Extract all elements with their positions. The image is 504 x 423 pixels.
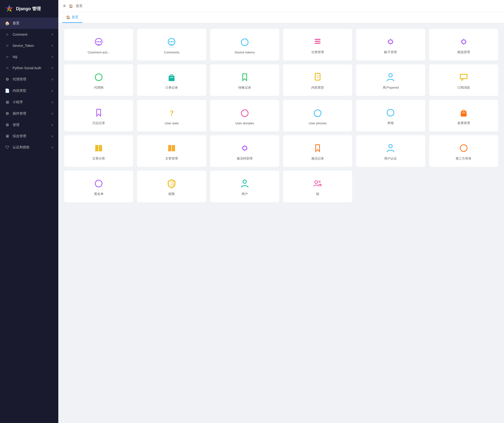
shopping-bag-orange-icon	[458, 107, 469, 118]
sidebar-item-manage[interactable]: ⚙ 管理 ∨	[0, 119, 58, 131]
circle-outline-blue-icon	[312, 108, 323, 118]
card-third-party-login[interactable]: 第三方登录	[429, 135, 498, 167]
card-invoice-manage[interactable]: 发票管理	[429, 100, 498, 131]
shopping-bag-icon	[166, 72, 177, 83]
sidebar: Django 管理 🏠 首页 ○ Comment ∨ ○ Device_Toke…	[0, 0, 58, 423]
chat-bubble-icon	[166, 37, 177, 48]
card-article-category[interactable]: 文章分类	[64, 135, 133, 167]
card-comments[interactable]: Comments	[137, 29, 206, 60]
svg-rect-16	[169, 76, 174, 81]
sidebar-logo[interactable]: Django 管理	[0, 0, 58, 17]
card-label: Comment acti...	[88, 51, 110, 54]
svg-rect-10	[315, 39, 321, 40]
card-transfer-record[interactable]: 转账记录	[210, 64, 279, 96]
chevron-down-icon: ∨	[51, 89, 53, 93]
svg-text:⚙: ⚙	[320, 184, 322, 186]
card-user-auth[interactable]: 用户认证	[356, 135, 425, 167]
card-label: 转账记录	[238, 85, 251, 90]
card-subscribe-msg[interactable]: 订阅消息	[429, 64, 498, 96]
card-permissions[interactable]: 权限	[137, 171, 206, 202]
card-label: 订阅消息	[457, 85, 470, 90]
gear-icon	[458, 36, 469, 47]
circle-outline-blue2-icon	[385, 107, 396, 118]
card-activation-record[interactable]: 激活记录	[283, 135, 352, 167]
sidebar-item-content-type[interactable]: 📄 内容类型 ∨	[0, 85, 58, 96]
card-featured-manage[interactable]: 精选管理	[429, 29, 498, 60]
card-label: 用户	[242, 192, 248, 196]
card-user-donates[interactable]: User donates	[210, 100, 279, 131]
hamburger-menu-icon[interactable]: ≡	[63, 3, 66, 8]
card-agent[interactable]: 代理商	[64, 64, 133, 96]
sidebar-item-auth[interactable]: 🛡 认证和授权 ∨	[0, 142, 58, 153]
card-user-phones[interactable]: User phones	[283, 100, 352, 131]
tabbar: 🏠 首页	[58, 12, 504, 23]
card-log-record[interactable]: 日志记录	[64, 100, 133, 131]
card-label: User asks	[165, 121, 179, 125]
sidebar-item-label: Comment	[13, 33, 27, 36]
person-icon	[385, 72, 396, 83]
chevron-down-icon: ∨	[51, 135, 53, 138]
card-label: 用户认证	[384, 156, 397, 161]
sidebar-item-proxy-manage[interactable]: ⚙ 代理管理 ∨	[0, 74, 58, 85]
card-label: 第三方登录	[456, 156, 471, 161]
topbar-home-icon: 🏠	[69, 4, 73, 8]
sidebar-item-composite-manage[interactable]: 🖥 综合管理 ∨	[0, 131, 58, 142]
card-label: 激活记录	[311, 156, 324, 161]
person-teal-icon	[385, 143, 396, 153]
sidebar-item-label: 小程序	[13, 100, 23, 104]
card-user-asks[interactable]: ? User asks	[137, 100, 206, 131]
card-label: Comments	[164, 51, 179, 54]
card-content-type[interactable]: 内容类型	[283, 64, 352, 96]
card-category-manage[interactable]: 分类管理	[283, 29, 352, 60]
sidebar-item-comment[interactable]: ○ Comment ∨	[0, 29, 58, 40]
sidebar-item-label: 管理	[13, 123, 19, 127]
niji-icon: ○	[5, 55, 10, 59]
card-label: 举报	[387, 121, 394, 125]
svg-point-35	[315, 181, 318, 184]
card-device-tokens[interactable]: Device tokens	[210, 29, 279, 60]
svg-point-4	[100, 41, 101, 42]
card-label: 发票管理	[457, 121, 470, 125]
circle-outline-green-icon	[93, 72, 104, 83]
card-order-record[interactable]: 订单记录	[137, 64, 206, 96]
app-title: Django 管理	[16, 6, 41, 12]
svg-point-9	[241, 39, 248, 46]
card-label: Device tokens	[235, 51, 255, 54]
book-open-icon	[93, 143, 104, 153]
svg-point-24	[314, 110, 321, 117]
chevron-down-icon: ∨	[51, 33, 53, 36]
card-report[interactable]: 举报	[356, 100, 425, 131]
list-lines-icon	[312, 36, 323, 47]
card-label: 精选管理	[457, 50, 470, 54]
sidebar-item-plugin-manage[interactable]: ⚙ 插件管理 ∨	[0, 108, 58, 119]
card-label: 权限	[168, 192, 175, 196]
sidebar-item-mini-program[interactable]: ⊞ 小程序 ∨	[0, 96, 58, 108]
sidebar-item-home[interactable]: 🏠 首页	[0, 17, 58, 29]
card-user-openid[interactable]: 用户openId	[356, 64, 425, 96]
sidebar-item-device-token[interactable]: ○ Device_Token ∨	[0, 40, 58, 51]
bookmark-outline-icon	[93, 107, 104, 118]
question-icon: ?	[166, 108, 177, 118]
bookmark-orange-icon	[312, 143, 323, 153]
circle-outline-orange-icon	[458, 143, 469, 153]
sidebar-item-niji[interactable]: ○ Niji ∨	[0, 51, 58, 62]
sidebar-home-label: 首页	[13, 21, 19, 25]
card-post-manage[interactable]: 帖子管理	[356, 29, 425, 60]
svg-text:?: ?	[170, 109, 174, 117]
chevron-down-icon: ∨	[51, 44, 53, 47]
card-users[interactable]: 用户	[210, 171, 279, 202]
card-comment-actions[interactable]: Comment acti...	[64, 29, 133, 60]
card-blacklist[interactable]: 黑名单	[64, 171, 133, 202]
document-icon: 📄	[5, 88, 10, 93]
sidebar-item-python-social-auth[interactable]: ○ Python Social Auth ∨	[0, 62, 58, 74]
gear-icon: ⚙	[5, 123, 10, 127]
tab-home-icon: 🏠	[66, 15, 70, 19]
card-activation-manage[interactable]: 激活码管理	[210, 135, 279, 167]
svg-rect-11	[315, 41, 321, 42]
card-groups[interactable]: ⚙ 组	[283, 171, 352, 202]
card-article-manage[interactable]: 文章管理	[137, 135, 206, 167]
svg-rect-12	[315, 43, 321, 44]
document-icon	[312, 72, 323, 83]
device-token-icon: ○	[5, 43, 10, 48]
tab-home[interactable]: 🏠 首页	[62, 12, 82, 23]
